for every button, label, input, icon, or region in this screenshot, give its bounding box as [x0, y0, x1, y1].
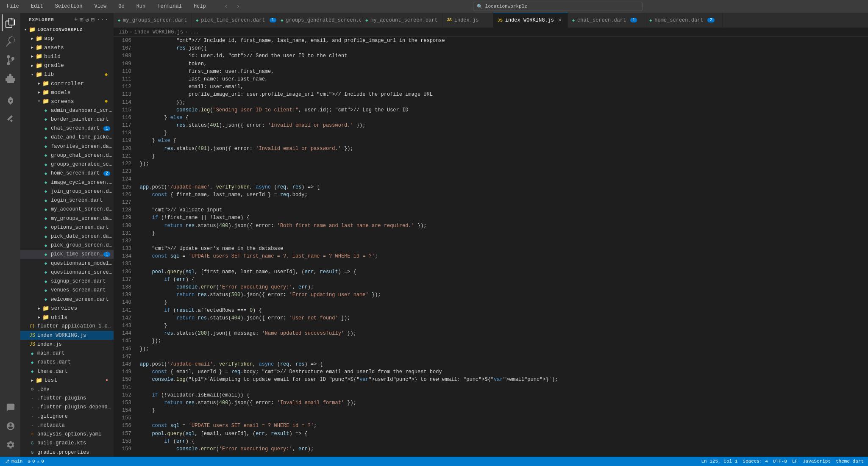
menu-selection[interactable]: Selection	[53, 3, 85, 10]
activity-chat[interactable]	[2, 399, 19, 416]
sidebar-file-flutter-app[interactable]: {} flutter_application_1.code-w...	[20, 322, 114, 331]
sidebar-item-controller[interactable]: ▶ 📁 controller	[20, 79, 114, 88]
sidebar-item-services[interactable]: ▶ 📁 services	[20, 304, 114, 313]
tab-pick-time-badge: 1	[270, 18, 276, 22]
sidebar-file-welcome[interactable]: ◆ welcome_screen.dart	[20, 295, 114, 304]
collapse-icon[interactable]: ⊟	[91, 16, 95, 23]
activity-flutter[interactable]	[2, 111, 19, 128]
sidebar-file-chat[interactable]: ◆ chat_screen.dart 1	[20, 124, 114, 133]
tab-home[interactable]: ◆ home_screen.dart 2	[645, 13, 722, 28]
activity-source-control[interactable]	[2, 52, 19, 69]
tab-groups-generated[interactable]: ◆ groups_generated_screen.dart	[276, 13, 361, 28]
status-right: Ln 125, Col 1 Spaces: 4 UTF-8 LF JavaScr…	[701, 459, 864, 464]
sidebar-file-pickdate[interactable]: ◆ pick_date_screen.dart	[20, 232, 114, 241]
menu-file[interactable]: File	[4, 3, 22, 10]
breadcrumb-section[interactable]: ...	[189, 29, 199, 35]
tab-pick-time[interactable]: ◆ pick_time_screen.dart 1	[192, 13, 276, 28]
sidebar-item-app[interactable]: ▶ 📁 app	[20, 34, 114, 43]
menu-terminal[interactable]: Terminal	[155, 3, 184, 10]
questmodel-label: questionnaire_model.dart	[51, 261, 114, 266]
sidebar-file-venues[interactable]: ◆ venues_screen.dart	[20, 286, 114, 295]
sidebar-item-lib[interactable]: ▾ 📁 lib ●	[20, 70, 114, 79]
status-errors[interactable]: ⊗ 0 ⚠ 0	[28, 459, 44, 464]
sidebar-file-metadata[interactable]: · .metadata	[20, 421, 114, 430]
sidebar-file-border[interactable]: ◆ border_painter.dart	[20, 115, 114, 124]
menu-edit[interactable]: Edit	[28, 3, 46, 10]
sidebar-file-routes[interactable]: ◆ routes.dart	[20, 358, 114, 367]
sidebar-item-assets[interactable]: ▶ 📁 assets	[20, 43, 114, 52]
sidebar-file-admin[interactable]: ◆ admin_dashboard_screen.d...	[20, 106, 114, 115]
sidebar-file-signup[interactable]: ◆ signup_screen.dart	[20, 277, 114, 286]
sidebar-file-questmodel[interactable]: ◆ questionnaire_model.dart	[20, 259, 114, 268]
tab-indexworking[interactable]: JS index WORKING.js ×	[493, 13, 568, 28]
sidebar-file-fpd[interactable]: · .flutter-plugins-dependencies	[20, 403, 114, 412]
activity-run[interactable]	[2, 92, 19, 109]
sidebar-item-utils[interactable]: ▶ 📁 utils	[20, 313, 114, 322]
new-folder-icon[interactable]: ⊞	[80, 16, 83, 23]
activity-accounts[interactable]	[2, 418, 19, 435]
status-branch[interactable]: ⎇ main	[4, 459, 22, 464]
sidebar-file-datetime[interactable]: ◆ date_and_time_picker.dart	[20, 133, 114, 142]
sidebar-file-login[interactable]: ◆ login_screen.dart	[20, 196, 114, 205]
sidebar-file-indexworking[interactable]: JS index WORKING.js	[20, 331, 114, 340]
sidebar-file-groupchat[interactable]: ◆ group_chat_screen.dart	[20, 151, 114, 160]
activity-search[interactable]	[2, 33, 19, 50]
tab-indexjs[interactable]: JS index.js	[442, 13, 493, 28]
sidebar-item-models[interactable]: ▶ 📁 models	[20, 88, 114, 97]
sidebar-file-groupsgen[interactable]: ◆ groups_generated_screen....	[20, 160, 114, 169]
sidebar-file-mygroups[interactable]: ◆ my_groups_screen.dart	[20, 214, 114, 223]
sidebar-file-imagecycle[interactable]: ◆ image_cycle_screen.dart	[20, 178, 114, 187]
sidebar-file-flutter-plugins[interactable]: · .flutter-plugins	[20, 394, 114, 403]
search-bar[interactable]: 🔍 locationworkplz	[473, 2, 643, 11]
tab-chat[interactable]: ◆ chat_screen.dart 1	[568, 13, 645, 28]
activity-explorer[interactable]	[2, 14, 19, 31]
sidebar-file-analysis[interactable]: ≡ analysis_options.yaml	[20, 430, 114, 439]
sidebar-file-pickgroup[interactable]: ◆ pick_group_screen.dart	[20, 241, 114, 250]
dart-file-icon4: ◆	[42, 134, 49, 141]
activity-settings[interactable]	[2, 436, 19, 453]
code-editor[interactable]: 1061071081091101111121131141151161171181…	[114, 37, 868, 457]
sidebar-item-gradle[interactable]: ▶ 📁 gradle	[20, 61, 114, 70]
sidebar-file-gradleprops[interactable]: G gradle.properties	[20, 448, 114, 457]
tab-my-account[interactable]: ◆ my_account_screen.dart	[361, 13, 442, 28]
tab-my-groups[interactable]: ◆ my_groups_screen.dart	[114, 13, 192, 28]
sidebar-file-gitignore[interactable]: · .gitignore	[20, 412, 114, 421]
sidebar-file-buildgradle[interactable]: G build.gradle.kts	[20, 439, 114, 448]
sidebar-file-theme[interactable]: ◆ theme.dart	[20, 367, 114, 376]
menu-run[interactable]: Run	[134, 3, 148, 10]
code-content[interactable]: "cmt">// Include id, first_name, last_na…	[138, 37, 868, 457]
sidebar-item-screens[interactable]: ▾ 📁 screens ●	[20, 97, 114, 106]
sidebar-file-options[interactable]: ◆ options_screen.dart	[20, 223, 114, 232]
status-spaces[interactable]: Spaces: 4	[743, 459, 768, 464]
nav-forward-button[interactable]: ›	[233, 2, 243, 11]
sidebar-file-myaccount[interactable]: ◆ my_account_screen.dart	[20, 205, 114, 214]
breadcrumb-file[interactable]: index WORKING.js	[134, 29, 183, 35]
status-language[interactable]: JavaScript	[803, 459, 831, 464]
project-root[interactable]: ▾ 📁 LOCATIONWORKPLZ	[20, 25, 114, 34]
sidebar-file-main[interactable]: ◆ main.dart	[20, 349, 114, 358]
tab-indexworking-close[interactable]: ×	[556, 17, 563, 24]
menu-view[interactable]: View	[92, 3, 109, 10]
nav-back-button[interactable]: ‹	[221, 2, 231, 11]
new-file-icon[interactable]: +	[74, 16, 78, 23]
status-left: ⎇ main ⊗ 0 ⚠ 0	[4, 459, 44, 464]
sidebar-item-test[interactable]: ▶ 📁 test ●	[20, 376, 114, 385]
activity-extensions[interactable]	[2, 70, 19, 87]
sidebar-file-favorites[interactable]: ◆ favorites_screen.dart	[20, 142, 114, 151]
sidebar-item-build[interactable]: ▶ 📁 build	[20, 52, 114, 61]
status-theme[interactable]: theme dart	[836, 459, 864, 464]
refresh-icon[interactable]: ↺	[86, 16, 89, 23]
sidebar-file-picktime[interactable]: ◆ pick_time_screen.dart 1	[20, 250, 114, 259]
more-icon[interactable]: ···	[97, 16, 108, 23]
sidebar-file-indexjs[interactable]: JS index.js	[20, 340, 114, 349]
menu-help[interactable]: Help	[191, 3, 209, 10]
menu-go[interactable]: Go	[116, 3, 127, 10]
sidebar-file-joingroup[interactable]: ◆ join_group_screen.dart	[20, 187, 114, 196]
sidebar-file-questscreen[interactable]: ◆ questionnaire_screen.dart	[20, 268, 114, 277]
status-encoding[interactable]: UTF-8	[773, 459, 787, 464]
status-line-ending[interactable]: LF	[792, 459, 798, 464]
breadcrumb-lib[interactable]: lib	[119, 29, 128, 35]
status-line-col[interactable]: Ln 125, Col 1	[701, 459, 738, 464]
sidebar-file-env[interactable]: ⚙ .env	[20, 385, 114, 394]
sidebar-file-home[interactable]: ◆ home_screen.dart 2	[20, 169, 114, 178]
